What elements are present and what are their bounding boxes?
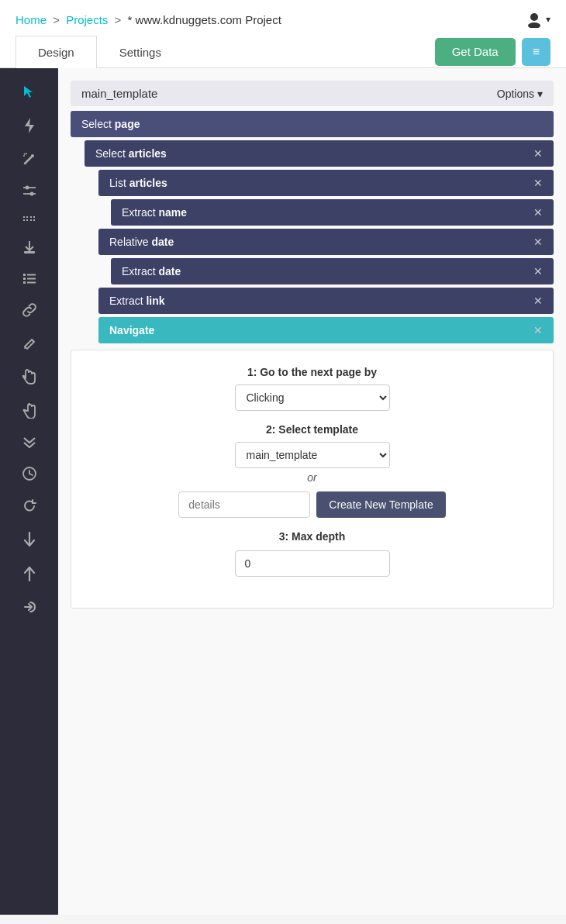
node-label: Relative date: [109, 236, 174, 248]
sidebar: [0, 68, 58, 915]
sidebar-item-bolt[interactable]: [0, 110, 58, 141]
template-select[interactable]: main_template details: [235, 442, 390, 468]
template-header: main_template Options ▾: [71, 81, 554, 106]
node-label: Select articles: [95, 147, 167, 160]
svg-rect-21: [23, 278, 26, 280]
wand-icon: [22, 152, 36, 166]
node-label: Extract date: [122, 265, 181, 278]
pencil-icon: [22, 336, 36, 350]
sidebar-item-wand[interactable]: [0, 144, 58, 174]
tab-settings[interactable]: Settings: [97, 36, 184, 68]
close-button[interactable]: ✕: [533, 265, 543, 278]
svg-rect-23: [23, 281, 26, 284]
sidebar-item-chevrons[interactable]: [0, 429, 58, 456]
sidebar-item-share[interactable]: [0, 592, 58, 622]
svg-point-0: [530, 13, 538, 21]
svg-marker-3: [25, 118, 34, 133]
step1-label: 1: Go to the next page by: [247, 366, 377, 378]
sidebar-item-arrow-down[interactable]: [0, 524, 58, 555]
svg-line-8: [24, 153, 26, 155]
svg-rect-19: [23, 274, 26, 276]
node-extract-date[interactable]: Extract date ✕: [111, 258, 554, 284]
share-icon: [22, 600, 36, 614]
close-button[interactable]: ✕: [533, 147, 543, 160]
refresh-icon: [22, 499, 36, 513]
options-button[interactable]: Options ▾: [497, 88, 543, 100]
method-select[interactable]: Clicking Scrolling Button: [235, 384, 390, 411]
link-icon: [22, 302, 37, 318]
node-select-articles[interactable]: Select articles ✕: [85, 140, 554, 167]
step1-row: 1: Go to the next page by Clicking Scrol…: [95, 366, 530, 411]
svg-marker-2: [24, 86, 33, 98]
settings-panel: 1: Go to the next page by Clicking Scrol…: [71, 350, 554, 609]
projects-link[interactable]: Projects: [66, 13, 108, 26]
arrow-up-icon: [23, 566, 36, 581]
svg-line-27: [29, 474, 33, 475]
tab-design[interactable]: Design: [16, 36, 97, 68]
node-select-page[interactable]: Select page: [71, 111, 554, 137]
create-template-button[interactable]: Create New Template: [316, 491, 445, 518]
sidebar-item-arrow-up[interactable]: [0, 558, 58, 589]
step2-label: 2: Select template: [266, 423, 358, 436]
dashes-icon: [22, 215, 36, 222]
close-button[interactable]: ✕: [533, 206, 543, 219]
node-label: Select page: [81, 118, 140, 130]
chevrons-down-icon: [22, 437, 36, 448]
menu-button[interactable]: ≡: [522, 38, 550, 66]
close-button[interactable]: ✕: [533, 177, 543, 189]
tabs-bar: Design Settings Get Data ≡: [0, 36, 566, 68]
node-label: Extract name: [122, 206, 187, 219]
sidebar-item-download[interactable]: [0, 233, 58, 262]
header: Home > Projects > * www.kdnuggets.com Pr…: [0, 0, 566, 36]
sidebar-item-dashes[interactable]: [0, 208, 58, 229]
sidebar-item-list[interactable]: [0, 265, 58, 291]
template-name-label: main_template: [81, 87, 157, 100]
close-button[interactable]: ✕: [533, 324, 543, 336]
download-icon: [22, 240, 36, 254]
tab-actions: Get Data ≡: [435, 38, 550, 66]
sidebar-item-refresh[interactable]: [0, 491, 58, 521]
cursor-icon: [22, 85, 36, 99]
node-extract-link[interactable]: Extract link ✕: [98, 288, 554, 314]
home-link[interactable]: Home: [16, 13, 47, 26]
or-divider: or: [307, 471, 316, 484]
node-list-articles[interactable]: List articles ✕: [98, 170, 554, 196]
node-label: List articles: [109, 177, 167, 189]
list-icon: [22, 273, 36, 284]
node-relative-date[interactable]: Relative date ✕: [98, 229, 554, 255]
sidebar-item-hand[interactable]: [0, 395, 58, 426]
pointer-icon: [22, 369, 36, 384]
node-label: Extract link: [109, 295, 165, 307]
get-data-button[interactable]: Get Data: [435, 38, 516, 66]
close-button[interactable]: ✕: [533, 295, 543, 307]
breadcrumb: Home > Projects > * www.kdnuggets.com Pr…: [16, 13, 281, 26]
node-label: Navigate: [109, 324, 154, 336]
sidebar-item-pencil[interactable]: [0, 329, 58, 358]
new-template-input[interactable]: [178, 491, 310, 518]
max-depth-input[interactable]: [235, 550, 390, 577]
node-navigate[interactable]: Navigate ✕: [98, 317, 554, 343]
user-chevron-icon: ▾: [546, 14, 550, 25]
node-extract-name[interactable]: Extract name ✕: [111, 199, 554, 226]
sidebar-item-link[interactable]: [0, 295, 58, 326]
hand-icon: [22, 403, 36, 419]
user-menu[interactable]: ▾: [526, 11, 550, 28]
sidebar-item-clock[interactable]: [0, 459, 58, 488]
svg-line-4: [25, 156, 33, 164]
sliders-icon: [22, 184, 36, 197]
svg-point-5: [31, 154, 34, 157]
clock-icon: [22, 467, 36, 481]
template-create-row: Create New Template: [178, 491, 445, 518]
sidebar-item-pointer[interactable]: [0, 361, 58, 392]
project-name: * www.kdnuggets.com Project: [127, 13, 281, 26]
step3-row: 3: Max depth: [95, 530, 530, 577]
main-layout: main_template Options ▾ Select page Sele…: [0, 68, 566, 915]
sidebar-item-sliders[interactable]: [0, 177, 58, 205]
sidebar-item-select[interactable]: [0, 78, 58, 107]
bolt-icon: [23, 118, 36, 133]
close-button[interactable]: ✕: [533, 236, 543, 248]
content-area: main_template Options ▾ Select page Sele…: [58, 68, 566, 915]
svg-point-12: [29, 192, 33, 196]
arrow-down-icon: [23, 532, 36, 547]
svg-point-11: [25, 186, 29, 190]
